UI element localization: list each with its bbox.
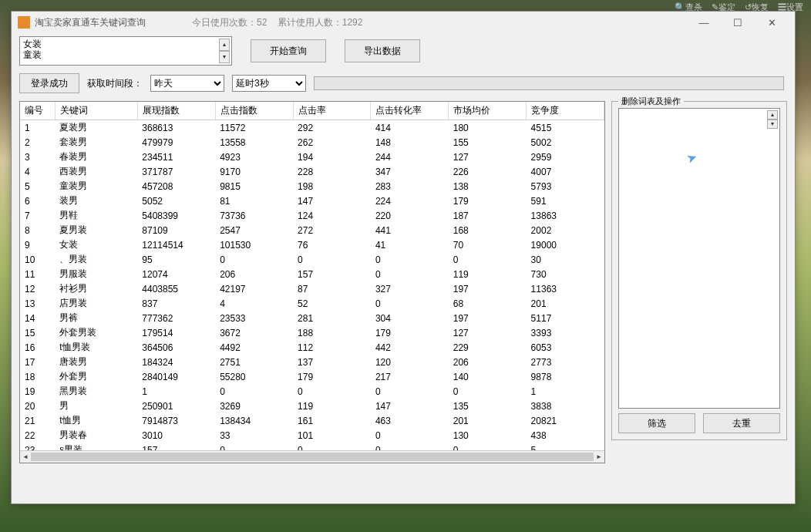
table-row[interactable]: 3春装男23451149231942441272959: [20, 150, 604, 164]
table-row[interactable]: 8夏男装8710925472724411682002: [20, 223, 604, 237]
app-window: 淘宝卖家直通车关键词查询 今日使用次数：52 累计使用人数：1292 — ☐ ✕…: [11, 11, 796, 504]
table-row[interactable]: 7男鞋54083997373612422018713863: [20, 208, 604, 223]
time-range-select[interactable]: 昨天: [150, 75, 224, 92]
table-row[interactable]: 10、男装95000030: [20, 252, 604, 267]
usage-stats: 今日使用次数：52 累计使用人数：1292: [192, 16, 362, 29]
cursor-icon: ➤: [685, 149, 699, 166]
column-header[interactable]: 展现指数: [137, 102, 215, 120]
table-row[interactable]: 1夏装男368613115722924141804515: [20, 120, 604, 136]
window-title: 淘宝卖家直通车关键词查询: [35, 16, 146, 29]
horizontal-scrollbar[interactable]: ◄ ►: [20, 450, 604, 463]
table-row[interactable]: 5童装男45720898151982831385793: [20, 179, 604, 194]
column-header[interactable]: 市场均价: [449, 102, 527, 120]
table-scroll[interactable]: 编号关键词展现指数点击指数点击率点击转化率市场均价竞争度 1夏装男3686131…: [20, 102, 604, 450]
results-table: 编号关键词展现指数点击指数点击率点击转化率市场均价竞争度 1夏装男3686131…: [19, 101, 605, 463]
column-header[interactable]: 点击指数: [215, 102, 293, 120]
titlebar[interactable]: 淘宝卖家直通车关键词查询 今日使用次数：52 累计使用人数：1292 — ☐ ✕: [12, 12, 795, 33]
keyword-input[interactable]: 女装 童装 ▴▾: [19, 36, 232, 66]
progress-bar: [314, 76, 784, 90]
table-row[interactable]: 20男25090132691191471353838: [20, 399, 604, 413]
filter-button[interactable]: 筛选: [618, 413, 695, 433]
column-header[interactable]: 关键词: [55, 102, 137, 120]
panel-legend: 删除词表及操作: [618, 96, 684, 107]
minimize-button[interactable]: —: [687, 12, 721, 33]
column-header[interactable]: 编号: [20, 102, 55, 120]
table-row[interactable]: 15外套男装17951436721881791273393: [20, 325, 604, 340]
listbox-spinner-icon[interactable]: ▴▾: [767, 110, 778, 129]
delete-words-panel: 删除词表及操作 ▴▾ ➤ 筛选 去重: [611, 101, 787, 440]
close-button[interactable]: ✕: [755, 12, 789, 33]
table-row[interactable]: 2套装男479979135582621481555002: [20, 135, 604, 150]
table-row[interactable]: 21t恤男791487313843416146320120821: [20, 413, 604, 428]
table-row[interactable]: 18外套男2840149552801792171409878: [20, 369, 604, 384]
table-row[interactable]: 22男装春3010331010130438: [20, 428, 604, 443]
table-row[interactable]: 23s男装15700005: [20, 443, 604, 450]
start-query-button[interactable]: 开始查询: [251, 39, 326, 62]
login-status-button[interactable]: 登录成功: [19, 73, 79, 93]
table-row[interactable]: 17唐装男18432427511371202062773: [20, 355, 604, 369]
export-data-button[interactable]: 导出数据: [345, 39, 420, 62]
column-header[interactable]: 竞争度: [527, 102, 604, 120]
scroll-left-icon[interactable]: ◄: [20, 451, 31, 463]
table-row[interactable]: 14男裤777362235332813041975117: [20, 311, 604, 325]
query-toolbar: 女装 童装 ▴▾ 开始查询 导出数据: [12, 33, 795, 69]
table-row[interactable]: 6装男505281147224179591: [20, 194, 604, 208]
delete-words-listbox[interactable]: ▴▾ ➤: [618, 108, 780, 409]
dedupe-button[interactable]: 去重: [703, 413, 780, 433]
table-row[interactable]: 19黑男装100001: [20, 384, 604, 399]
options-toolbar: 登录成功 获取时间段： 昨天 延时3秒: [12, 69, 795, 98]
app-icon: [18, 16, 30, 29]
time-label: 获取时间段：: [87, 77, 143, 90]
table-row[interactable]: 12衬衫男4403855421978732719711363: [20, 281, 604, 296]
column-header[interactable]: 点击转化率: [371, 102, 449, 120]
table-row[interactable]: 4西装男37178791702283472264007: [20, 164, 604, 179]
table-row[interactable]: 11男服装120742061570119730: [20, 267, 604, 281]
table-row[interactable]: 13店男装837452068201: [20, 296, 604, 311]
maximize-button[interactable]: ☐: [721, 12, 755, 33]
table-row[interactable]: 9女装1211451410153076417019000: [20, 237, 604, 252]
spinner-icon[interactable]: ▴▾: [219, 39, 230, 63]
scroll-right-icon[interactable]: ►: [594, 451, 604, 463]
table-row[interactable]: 16t恤男装36450644921124422296053: [20, 340, 604, 355]
delay-select[interactable]: 延时3秒: [232, 75, 306, 92]
column-header[interactable]: 点击率: [293, 102, 371, 120]
